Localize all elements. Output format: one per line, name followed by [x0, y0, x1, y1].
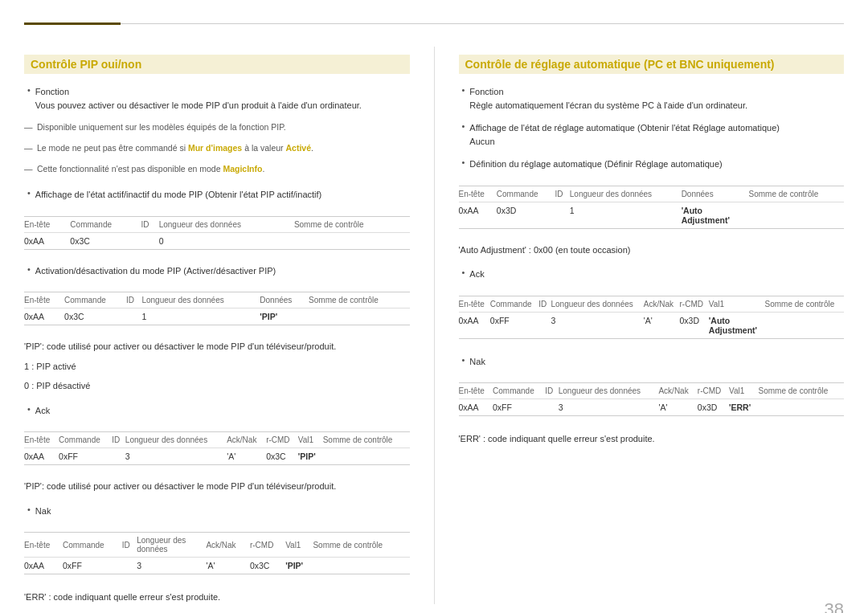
th-ack-acknak: Ack/Nak: [227, 432, 266, 448]
rth-nak-rcmd: r-CMD: [698, 383, 729, 399]
rth-nak-somme: Somme de contrôle: [759, 383, 844, 399]
pip-note-3: 0 : PIP désactivé: [24, 379, 410, 393]
rtd-ack-id: [538, 312, 551, 338]
top-bar-accent: [24, 22, 121, 25]
pip-note-1: 'PIP': code utilisé pour activer ou désa…: [24, 340, 410, 353]
rth-ack-longueur: Longueur des données: [551, 296, 643, 313]
rth-ack-commande: Commande: [490, 296, 538, 313]
td-ack-somme: [323, 448, 410, 465]
rth-ack-val1: Val1: [709, 296, 765, 313]
rtd-donnees: 'AutoAdjustment': [682, 202, 749, 228]
bullet-icon-5: •: [27, 505, 31, 514]
th-nak-acknak: Ack/Nak: [206, 533, 250, 558]
td-id: [141, 232, 159, 249]
right-nak-label: Nak: [469, 355, 485, 369]
rtd-id: [555, 202, 570, 228]
td-donnees2: 'PIP': [260, 309, 309, 325]
ack-table-wrapper: En-tête Commande ID Longueur des données…: [24, 431, 410, 465]
ack-row: 0xAA 0xFF 3 'A' 0x3C 'PIP': [24, 448, 410, 465]
right-column: Contrôle de réglage automatique (PC et B…: [434, 47, 845, 604]
rtd-ack-val1: 'AutoAdjustment': [709, 312, 765, 338]
left-ack-bullet: • Ack: [24, 404, 410, 418]
td-somme: [294, 232, 410, 249]
th-entete: En-tête: [24, 217, 70, 233]
th-commande: Commande: [70, 217, 141, 233]
rtd-ack-acknak: 'A': [644, 312, 680, 338]
left-err-note: 'ERR' : code indiquant quelle erreur s'e…: [24, 591, 410, 604]
right-fonction-bullet: • Fonction Règle automatiquement l'écran…: [459, 85, 845, 112]
th-commande2: Commande: [64, 292, 126, 309]
right-table1: En-tête Commande ID Longueur des données…: [459, 186, 845, 228]
right-table1-wrapper: En-tête Commande ID Longueur des données…: [459, 186, 845, 229]
rth-nak-commande: Commande: [493, 383, 545, 399]
td-id2: [126, 309, 141, 325]
right-err-note: 'ERR' : code indiquant quelle erreur s'e…: [459, 432, 845, 446]
td-nak-entete: 0xAA: [24, 558, 63, 574]
table1-row: 0xAA 0x3C 0: [24, 232, 410, 249]
td-ack-id: [112, 448, 125, 465]
th-somme2: Somme de contrôle: [309, 292, 409, 309]
right-affichage-label: Affichage de l'état de réglage automatiq…: [469, 121, 780, 135]
right-table1-row: 0xAA 0x3D 1 'AutoAdjustment': [459, 202, 845, 228]
left-fonction-bullet: • Fonction Vous pouvez activer ou désact…: [24, 85, 410, 112]
right-fonction-label: Fonction: [469, 85, 747, 99]
td-ack-val1: 'PIP': [298, 448, 323, 465]
rtd-nak-longueur: 3: [559, 399, 659, 416]
rth-nak-longueur: Longueur des données: [559, 383, 659, 399]
right-definition-bullet: • Définition du réglage automatique (Déf…: [459, 157, 845, 171]
pip-note2: 'PIP': code utilisé pour activer ou désa…: [24, 480, 410, 493]
th-entete2: En-tête: [24, 292, 64, 309]
rth-ack-entete: En-tête: [459, 296, 490, 313]
td-entete: 0xAA: [24, 232, 70, 249]
bullet-icon-r5: •: [462, 355, 465, 365]
th-ack-longueur: Longueur des données: [125, 432, 227, 448]
bullet-icon-r2: •: [462, 121, 465, 131]
th-id2: ID: [126, 292, 141, 309]
td-commande2: 0x3C: [64, 309, 126, 325]
th-nak-val1: Val1: [285, 533, 313, 558]
rtd-nak-val1: 'ERR': [729, 399, 759, 416]
th-nak-id: ID: [122, 533, 137, 558]
rth-longueur: Longueur des données: [570, 186, 682, 202]
td-nak-rcmd: 0x3C: [250, 558, 285, 574]
right-affichage-bullet: • Affichage de l'état de réglage automat…: [459, 121, 845, 148]
bullet-icon-r3: •: [462, 157, 465, 167]
right-ack-table-wrapper: En-tête Commande ID Longueur des données…: [459, 296, 845, 339]
rtd-ack-rcmd: 0x3D: [680, 312, 709, 338]
td-longueur: 0: [159, 232, 294, 249]
page-number: 38: [825, 599, 844, 613]
rtd-nak-commande: 0xFF: [493, 399, 545, 416]
td-nak-longueur: 3: [137, 558, 206, 574]
th-nak-commande: Commande: [63, 533, 122, 558]
th-donnees2: Données: [260, 292, 309, 309]
right-definition-label: Définition du réglage automatique (Défin…: [469, 157, 722, 171]
nak-table-wrapper: En-tête Commande ID Longueur desdonnées …: [24, 532, 410, 574]
right-nak-bullet: • Nak: [459, 355, 845, 369]
th-nak-rcmd: r-CMD: [250, 533, 285, 558]
th-ack-entete: En-tête: [24, 432, 59, 448]
th-longueur: Longueur des données: [159, 217, 294, 233]
th-somme: Somme de contrôle: [294, 217, 410, 233]
right-nak-table-wrapper: En-tête Commande ID Longueur des données…: [459, 382, 845, 416]
rtd-commande: 0x3D: [497, 202, 555, 228]
td-nak-acknak: 'A': [206, 558, 250, 574]
nak-row: 0xAA 0xFF 3 'A' 0x3C 'PIP': [24, 558, 410, 574]
rth-ack-id: ID: [538, 296, 551, 313]
td-nak-id: [122, 558, 137, 574]
left-pip-activate-label: Activation/désactivation du mode PIP (Ac…: [35, 264, 276, 278]
rth-nak-val1: Val1: [729, 383, 759, 399]
dash-item-3: Cette fonctionnalité n'est pas disponibl…: [24, 163, 410, 176]
th-ack-val1: Val1: [298, 432, 323, 448]
rtd-ack-entete: 0xAA: [459, 312, 490, 338]
rtd-nak-acknak: 'A': [658, 399, 697, 416]
bullet-icon-3: •: [27, 264, 31, 274]
th-ack-id: ID: [112, 432, 125, 448]
right-nak-row: 0xAA 0xFF 3 'A' 0x3D 'ERR': [459, 399, 845, 416]
th-nak-entete: En-tête: [24, 533, 63, 558]
right-section-title: Contrôle de réglage automatique (PC et B…: [459, 55, 845, 74]
rth-nak-entete: En-tête: [459, 383, 493, 399]
rtd-nak-somme: [759, 399, 844, 416]
rth-id: ID: [555, 186, 570, 202]
rtd-entete: 0xAA: [459, 202, 497, 228]
ack-table: En-tête Commande ID Longueur des données…: [24, 432, 410, 464]
